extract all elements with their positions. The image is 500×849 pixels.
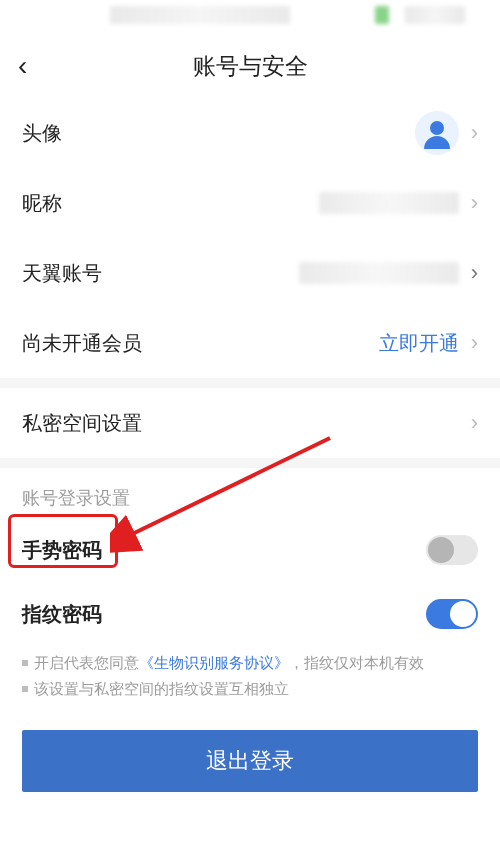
chevron-right-icon: › <box>471 120 478 146</box>
fingerprint-password-label: 指纹密码 <box>22 601 102 628</box>
note1-suffix: ，指纹仅对本机有效 <box>289 654 424 671</box>
nickname-value-blurred <box>319 192 459 214</box>
login-section-header: 账号登录设置 <box>0 468 500 518</box>
account-label: 天翼账号 <box>22 260 102 287</box>
note1-prefix: 开启代表您同意 <box>34 654 139 671</box>
gesture-password-toggle[interactable] <box>426 535 478 565</box>
row-fingerprint-password: 指纹密码 <box>0 582 500 646</box>
notes-block: 开启代表您同意《生物识别服务协议》，指纹仅对本机有效 该设置与私密空间的指纹设置… <box>0 646 500 702</box>
member-action-link[interactable]: 立即开通 <box>379 330 459 357</box>
row-avatar[interactable]: 头像 › <box>0 98 500 168</box>
row-private-space[interactable]: 私密空间设置 › <box>0 388 500 458</box>
avatar-label: 头像 <box>22 120 62 147</box>
chevron-right-icon: › <box>471 410 478 436</box>
row-gesture-password: 手势密码 <box>0 518 500 582</box>
chevron-right-icon: › <box>471 260 478 286</box>
chevron-right-icon: › <box>471 190 478 216</box>
page-title: 账号与安全 <box>193 51 308 82</box>
account-value-blurred <box>299 262 459 284</box>
note-line-1: 开启代表您同意《生物识别服务协议》，指纹仅对本机有效 <box>22 650 478 676</box>
section-divider <box>0 458 500 468</box>
section-divider <box>0 378 500 388</box>
status-bar <box>0 0 500 34</box>
gesture-password-label: 手势密码 <box>22 537 102 564</box>
private-space-label: 私密空间设置 <box>22 410 142 437</box>
page-header: ‹ 账号与安全 <box>0 34 500 98</box>
row-nickname[interactable]: 昵称 › <box>0 168 500 238</box>
member-label: 尚未开通会员 <box>22 330 142 357</box>
row-account[interactable]: 天翼账号 › <box>0 238 500 308</box>
biometric-agreement-link[interactable]: 《生物识别服务协议》 <box>139 654 289 671</box>
note2-text: 该设置与私密空间的指纹设置互相独立 <box>34 676 289 702</box>
nickname-label: 昵称 <box>22 190 62 217</box>
row-member[interactable]: 尚未开通会员 立即开通 › <box>0 308 500 378</box>
chevron-right-icon: › <box>471 330 478 356</box>
logout-button[interactable]: 退出登录 <box>22 730 478 792</box>
note-line-2: 该设置与私密空间的指纹设置互相独立 <box>22 676 478 702</box>
fingerprint-password-toggle[interactable] <box>426 599 478 629</box>
avatar-icon <box>415 111 459 155</box>
back-button[interactable]: ‹ <box>18 52 27 80</box>
